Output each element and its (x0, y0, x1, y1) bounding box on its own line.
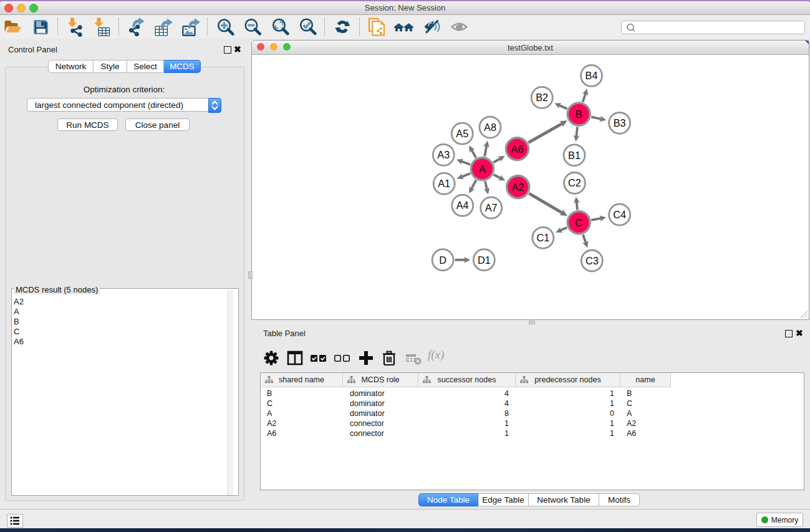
svg-text:A1: A1 (438, 178, 450, 189)
svg-text:A8: A8 (484, 122, 496, 133)
svg-text:C2: C2 (568, 177, 581, 188)
svg-text:C4: C4 (613, 209, 626, 220)
svg-text:B3: B3 (614, 117, 626, 128)
svg-text:C1: C1 (536, 232, 549, 243)
svg-text:A4: A4 (456, 200, 469, 211)
svg-text:C3: C3 (586, 255, 599, 266)
svg-text:A7: A7 (485, 202, 498, 213)
svg-text:A6: A6 (511, 143, 524, 155)
svg-text:B1: B1 (568, 150, 581, 161)
svg-text:D: D (439, 254, 446, 266)
svg-text:B: B (576, 109, 582, 120)
svg-text:C: C (575, 217, 582, 228)
svg-text:A2: A2 (512, 181, 524, 193)
svg-text:A: A (479, 163, 486, 175)
svg-text:D1: D1 (478, 254, 491, 266)
svg-text:A3: A3 (437, 149, 450, 160)
svg-text:A5: A5 (456, 128, 468, 139)
svg-text:B4: B4 (586, 70, 598, 81)
svg-text:B2: B2 (536, 92, 548, 103)
